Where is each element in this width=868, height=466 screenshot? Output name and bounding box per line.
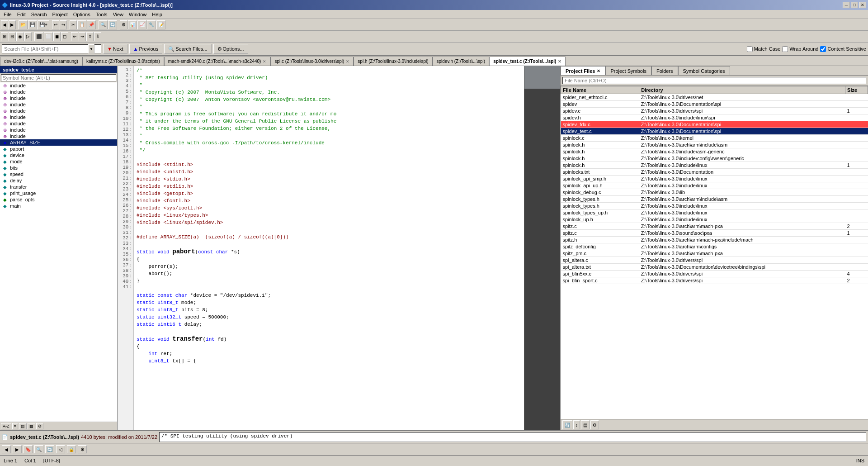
symbol-item[interactable]: ◆mode [0,158,117,165]
menu-view[interactable]: View [110,11,126,18]
tb-extra3[interactable]: 📈 [137,20,146,29]
table-row[interactable]: spinlock.hZ:\Tools\linux-3.0\include\asm… [561,148,868,155]
tb2-10[interactable]: ⇥ [79,32,86,41]
options-button[interactable]: ⚙ Options... [213,44,248,54]
symbol-item[interactable]: ◆transfer [0,184,117,190]
table-row[interactable]: spitz_defconfigZ:\Tools\linux-3.0\arch\a… [561,243,868,250]
maximize-button[interactable]: □ [851,2,858,8]
symbol-item[interactable]: ■ARRAY_SIZE [0,139,117,146]
bnav-prev[interactable]: ◁ [56,445,65,453]
table-row[interactable]: spidev.cZ:\Tools\linux-3.0\drivers\spi1 [561,108,868,114]
menu-help[interactable]: Help [149,11,165,18]
tb-extra4[interactable]: 🔧 [147,20,156,29]
bnav-back[interactable]: ◀ [2,445,11,453]
symbol-item[interactable]: ⊕include [0,127,117,133]
back-button[interactable]: ◀ [1,20,8,29]
bnav-refresh[interactable]: 🔄 [45,445,54,453]
symbol-item[interactable]: ◆delay [0,177,117,184]
tb-extra1[interactable]: ⚙ [120,20,127,29]
tab-item[interactable]: mach-smdk2440.c (Z:\Tools\...\mach-s3c24… [164,57,271,66]
col-size[interactable]: Size [845,86,868,94]
file-name-search-input[interactable] [562,77,866,84]
forward-button[interactable]: ▶ [9,20,16,29]
tab-item[interactable]: spi.c (Z:\Tools\linux-3.0\drivers\spi)✕ [270,57,354,66]
table-row[interactable]: spinlock.hZ:\Tools\linux-3.0\arch\arm\in… [561,142,868,148]
symbol-item[interactable]: ◆pabort [0,146,117,152]
rpanel-settings[interactable]: ⚙ [590,420,599,429]
bnav-lock[interactable]: 🔒 [67,445,76,453]
menu-options[interactable]: Options [71,11,93,18]
tb2-2[interactable]: ⊟ [9,32,16,41]
sym-view3[interactable]: ▦ [28,423,35,429]
table-row[interactable]: spinlock_types.hZ:\Tools\linux-3.0\inclu… [561,203,868,209]
table-row[interactable]: spinlock.cZ:\Tools\linux-3.0\kernel [561,135,868,142]
table-row[interactable]: spinlock.hZ:\Tools\linux-3.0\include\con… [561,155,868,162]
tb2-5[interactable]: ⬛ [34,32,43,41]
tb2-12[interactable]: ⇩ [94,32,101,41]
tb2-1[interactable]: ⊞ [1,32,8,41]
bnav-forward[interactable]: ▶ [13,445,22,453]
table-row[interactable]: spi_bfin_sport.cZ:\Tools\linux-3.0\drive… [561,277,868,284]
sym-sort-alpha[interactable]: A-Z [1,423,11,429]
minimap-viewport[interactable] [524,66,560,89]
symbol-item[interactable]: ⊕include [0,133,117,139]
table-row[interactable]: spitz_pm.cZ:\Tools\linux-3.0\arch\arm\ma… [561,250,868,257]
symbol-item[interactable]: ⊕include [0,120,117,127]
symbol-item[interactable]: ⊕include [0,95,117,101]
replace-button[interactable]: 🔄 [108,20,117,29]
right-panel-tab[interactable]: Project Symbols [605,66,651,75]
sym-view1[interactable]: ≡ [12,423,18,429]
table-row[interactable]: spinlock_api_up.hZ:\Tools\linux-3.0\incl… [561,182,868,189]
save-button[interactable]: 💾 [28,20,37,29]
table-row[interactable]: spinlocks.txtZ:\Tools\linux-3.0\Document… [561,169,868,176]
table-row[interactable]: spitz.hZ:\Tools\linux-3.0\arch\arm\mach-… [561,237,868,243]
right-panel-tab[interactable]: Folders [651,66,678,75]
symbol-item[interactable]: ⊕include [0,82,117,89]
tab-item[interactable]: spi.h (Z:\Tools\linux-3.0\include\spi) [354,57,432,66]
tb2-11[interactable]: ⇧ [86,32,94,41]
menu-file[interactable]: File [1,11,14,18]
tab-close-button[interactable]: ✕ [558,59,561,64]
rpanel-sync[interactable]: ↕ [573,420,580,429]
symbol-search-input[interactable] [1,74,116,81]
symbol-item[interactable]: ◆main [0,203,117,209]
symbol-item[interactable]: ◆print_usage [0,190,117,196]
find-input[interactable] [2,46,88,52]
symbol-item[interactable]: ⊕include [0,101,117,108]
code-content[interactable]: /* * SPI testing utility (using spidev d… [134,66,524,430]
find-button[interactable]: 🔍 [99,20,108,29]
context-sensitive-check[interactable]: Context Sensitive [820,46,866,52]
table-row[interactable]: spidev_fdx.cZ:\Tools\linux-3.0\Documenta… [561,121,868,128]
tab-close-button[interactable]: ✕ [263,59,266,64]
table-row[interactable]: spinlock_types_up.hZ:\Tools\linux-3.0\in… [561,209,868,216]
save-all-button[interactable]: 💾+ [38,20,49,29]
undo-button[interactable]: ↩ [52,20,59,29]
sym-view2[interactable]: ▤ [19,423,27,429]
tab-item[interactable]: dev-i2c0.c (Z:\Tools\...\plat-samsung) [0,57,82,66]
tab-close-button[interactable]: ✕ [346,59,349,64]
redo-button[interactable]: ↪ [60,20,67,29]
rpanel-tab-close-button[interactable]: ✕ [597,69,600,73]
table-row[interactable]: spi_bfin5xx.cZ:\Tools\linux-3.0\drivers\… [561,271,868,277]
symbol-item[interactable]: ◆parse_opts [0,196,117,203]
rpanel-refresh[interactable]: 🔄 [562,420,572,429]
tb2-7[interactable]: ◼ [53,32,61,41]
symbol-item[interactable]: ⊕include [0,108,117,114]
col-directory[interactable]: Directory [639,86,845,94]
tb2-3[interactable]: ◉ [16,32,24,41]
symbol-item[interactable]: ⊕include [0,114,117,120]
match-case-checkbox[interactable] [747,46,753,52]
tab-item[interactable]: spidev.h (Z:\Tools\...\spi) [433,57,490,66]
col-filename[interactable]: File Name [561,86,639,94]
wrap-around-check[interactable]: Wrap Around [782,46,818,52]
menu-tools[interactable]: Tools [93,11,110,18]
bnav-search[interactable]: 🔍 [34,445,43,453]
tb2-9[interactable]: ⇤ [71,32,78,41]
table-row[interactable]: spinlock.hZ:\Tools\linux-3.0\include\lin… [561,162,868,169]
minimize-button[interactable]: ─ [843,2,850,8]
tb2-6[interactable]: ⬜ [44,32,53,41]
tab-item[interactable]: spidev_test.c (Z:\Tools\...\spi)✕ [489,57,566,66]
tb-extra2[interactable]: 📊 [128,20,137,29]
tb2-8[interactable]: ◻ [61,32,68,41]
table-row[interactable]: spider_net_ethtool.cZ:\Tools\linux-3.0\d… [561,94,868,101]
